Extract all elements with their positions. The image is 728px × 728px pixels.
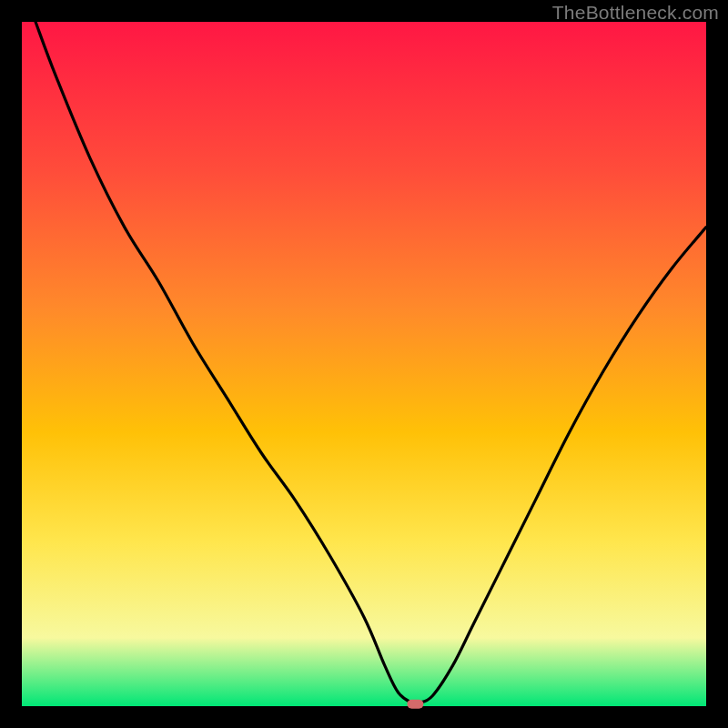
optimal-marker <box>407 700 423 709</box>
watermark-text: TheBottleneck.com <box>552 2 719 24</box>
bottleneck-plot <box>0 0 728 728</box>
chart-stage: TheBottleneck.com <box>0 0 728 728</box>
plot-area <box>22 22 706 706</box>
